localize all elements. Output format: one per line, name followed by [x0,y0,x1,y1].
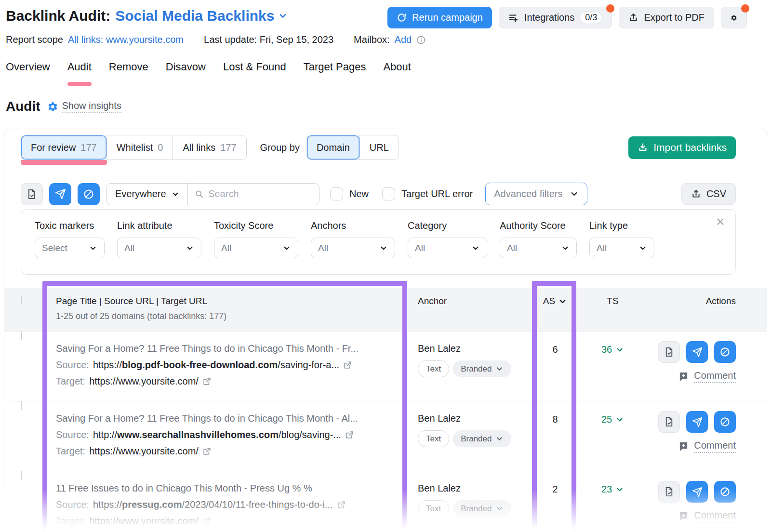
filter-category: Category All [408,220,487,258]
tab-audit[interactable]: Audit [67,57,92,84]
advanced-filters-panel: Toxic markers Select Link attribute All … [21,209,736,275]
new-checkbox[interactable] [330,187,343,200]
anchor-type-badge: Text [418,360,449,377]
group-by-url[interactable]: URL [359,135,399,160]
external-link-icon[interactable] [202,447,212,456]
column-as-sort[interactable]: AS [533,296,577,306]
disavow-block-button[interactable] [78,183,100,205]
move-to-review-button[interactable] [658,341,680,363]
tab-remove[interactable]: Remove [109,57,148,84]
comment-plus-icon [678,511,689,522]
external-link-icon[interactable] [337,500,346,509]
column-actions: Actions [642,296,736,306]
table-header: Page Title | Source URL | Target URL 1-2… [4,288,767,331]
advanced-filters-button[interactable]: Advanced filters [485,183,587,205]
disavow-block-button[interactable] [714,411,736,433]
page-title: Backlink Audit: Social Media Backlinks [6,7,288,24]
search-scope-dropdown[interactable]: Everywhere [106,184,187,205]
settings-button[interactable] [721,7,747,28]
document-check-icon [26,188,38,200]
info-icon[interactable] [416,35,426,45]
row-checkbox[interactable] [21,471,22,480]
for-review-count: 177 [80,142,96,153]
tab-lost-found[interactable]: Lost & Found [223,57,286,84]
whitelist-send-button[interactable] [49,183,71,205]
chevron-down-icon [171,190,180,199]
campaign-selector[interactable]: Social Media Backlinks [115,8,288,24]
select-all-checkbox[interactable] [21,295,22,305]
page-header: Backlink Audit: Social Media Backlinks R… [0,0,771,45]
comment-link[interactable]: Comment [678,370,736,383]
move-to-review-button[interactable] [21,183,43,205]
external-link-icon[interactable] [343,360,352,370]
external-link-icon[interactable] [202,517,212,526]
toxicity-score-dropdown[interactable]: 23 [577,484,642,495]
anchor-category-dropdown[interactable]: Branded [453,360,511,377]
mailbox-add-link[interactable]: Add [395,34,412,45]
paper-plane-icon [692,417,703,427]
integrations-icon [508,13,519,23]
move-to-review-button[interactable] [658,481,680,503]
column-ts: TS [577,296,642,306]
category-select[interactable]: All [408,238,487,258]
toxicity-score-dropdown[interactable]: 36 [577,344,642,355]
toxicity-score-dropdown[interactable]: 25 [577,414,642,425]
export-pdf-button[interactable]: Export to PDF [619,7,714,28]
upload-icon [628,13,638,23]
external-link-icon[interactable] [202,377,212,386]
tab-target-pages[interactable]: Target Pages [304,57,366,84]
rerun-campaign-button[interactable]: Rerun campaign [387,7,492,28]
disavow-block-button[interactable] [714,481,736,503]
tab-disavow[interactable]: Disavow [166,57,206,84]
tab-overview[interactable]: Overview [6,57,50,84]
group-by-label: Group by [260,142,300,153]
authority-score-value: 8 [533,414,577,425]
whitelist-send-button[interactable] [686,341,708,363]
disavow-block-button[interactable] [714,341,736,363]
target-url: https://www.yoursite.com/ [89,516,199,527]
link-type-select[interactable]: All [589,238,654,258]
document-check-icon [664,416,675,427]
group-by-domain[interactable]: Domain [307,135,359,160]
move-to-review-button[interactable] [658,411,680,433]
refresh-icon [397,13,407,23]
source-url: http://www.searchallnashvillehomes.com/b… [93,429,341,440]
link-attribute-select[interactable]: All [117,238,201,258]
whitelist-send-button[interactable] [686,411,708,433]
authority-score-select[interactable]: All [500,238,577,258]
sort-desc-icon [558,297,567,306]
tab-all-links[interactable]: All links 177 [173,135,246,160]
page-title-text: 11 Free Issues to do in Chicago This Mon… [56,483,399,494]
scope-link[interactable]: All links: www.yoursite.com [68,34,184,45]
export-csv-button[interactable]: CSV [681,183,736,205]
anchors-select[interactable]: All [311,238,395,258]
chevron-down-icon [278,11,288,21]
comment-link[interactable]: Comment [678,440,736,453]
whitelist-send-button[interactable] [686,481,708,503]
tab-whitelist[interactable]: Whitelist 0 [106,135,173,160]
external-link-icon[interactable] [345,430,354,439]
main-nav: Overview Audit Remove Disavow Lost & Fou… [0,57,771,84]
all-links-count: 177 [220,142,236,153]
toxic-markers-select[interactable]: Select [35,238,105,258]
row-checkbox[interactable] [21,331,22,340]
search-input[interactable] [208,188,312,200]
tab-for-review[interactable]: For review 177 [21,135,106,160]
toxicity-score-select[interactable]: All [214,238,298,258]
import-backlinks-button[interactable]: Import backlinks [628,136,736,159]
row-checkbox[interactable] [21,401,22,410]
search-icon [195,189,204,199]
anchor-category-dropdown[interactable]: Branded [453,500,511,517]
report-title: Backlink Audit: [6,8,110,24]
anchor-category-dropdown[interactable]: Branded [453,430,511,447]
page-title-text: Saving For a Home? 11 Free Things to do … [56,343,399,354]
comment-link[interactable]: Comment [678,510,736,523]
integrations-button[interactable]: Integrations 0/3 [499,7,612,28]
search-bar: Everywhere [106,183,319,205]
tab-about[interactable]: About [383,57,411,84]
close-icon[interactable] [715,216,726,227]
filter-toxic-markers: Toxic markers Select [35,220,105,258]
target-url-error-checkbox[interactable] [382,187,395,200]
show-insights-link[interactable]: Show insights [47,100,121,113]
anchor-text: Ben Lalez [418,343,533,354]
